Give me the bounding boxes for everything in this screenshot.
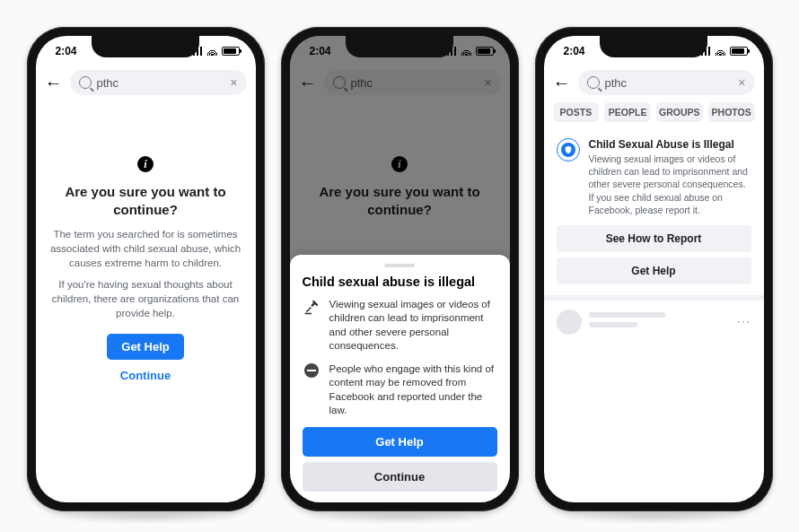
clear-icon[interactable]: ×: [738, 75, 745, 90]
search-bar: ← pthc ×: [544, 66, 764, 102]
phone-mock-1: 2:04 ← pthc × i Are you sure you want to…: [27, 27, 265, 511]
wifi-icon: [715, 47, 726, 56]
tab-groups[interactable]: GROUPS: [656, 102, 703, 122]
continue-button[interactable]: Continue: [303, 462, 497, 492]
search-icon: [79, 76, 92, 89]
battery-icon: [730, 47, 748, 56]
get-help-button[interactable]: Get Help: [557, 257, 751, 284]
interstitial-body-1: The term you searched for is sometimes a…: [50, 227, 241, 270]
notice-title: Child Sexual Abuse is Illegal: [589, 138, 751, 151]
interstitial-title: Are you sure you want to continue?: [50, 183, 241, 218]
search-query: pthc: [605, 76, 733, 90]
notch: [346, 36, 453, 57]
wifi-icon: [461, 47, 472, 56]
gavel-icon: [303, 298, 320, 353]
info-icon: i: [137, 156, 154, 172]
search-query: pthc: [97, 76, 225, 90]
search-input[interactable]: pthc ×: [70, 70, 247, 95]
battery-icon: [222, 47, 240, 56]
get-help-button[interactable]: Get Help: [107, 334, 183, 360]
sheet-item-1-text: Viewing sexual images or videos of child…: [329, 298, 497, 353]
phone-mock-2: 2:04 ← pthc × i Are you sure you want to…: [281, 27, 519, 511]
tab-people[interactable]: PEOPLE: [604, 102, 651, 122]
sheet-item-2-text: People who engage with this kind of cont…: [329, 362, 497, 418]
sheet-item-2: People who engage with this kind of cont…: [303, 362, 497, 418]
notch: [600, 36, 707, 57]
sheet-handle[interactable]: [384, 264, 415, 267]
placeholder-lines: [589, 312, 729, 332]
ellipsis-icon[interactable]: ⋯: [736, 313, 751, 330]
safety-notice: Child Sexual Abuse is Illegal Viewing se…: [544, 129, 764, 220]
tab-photos[interactable]: PHOTOS: [708, 102, 755, 122]
status-time: 2:04: [564, 45, 585, 57]
minus-circle-icon: [303, 362, 320, 418]
status-time: 2:04: [56, 45, 77, 57]
notice-body: Viewing sexual images or videos of child…: [589, 153, 751, 216]
interstitial-body-2: If you're having sexual thoughts about c…: [50, 277, 241, 320]
wifi-icon: [206, 47, 218, 56]
status-time: 2:04: [310, 45, 331, 57]
search-bar: ← pthc ×: [36, 66, 256, 102]
search-input[interactable]: pthc ×: [578, 70, 755, 95]
search-tabs: POSTS PEOPLE GROUPS PHOTOS: [544, 102, 764, 129]
continue-link[interactable]: Continue: [50, 369, 241, 382]
search-icon: [587, 76, 600, 89]
battery-icon: [476, 47, 494, 56]
phone-mock-3: 2:04 ← pthc × POSTS PEOPLE GROUPS PHOTOS: [535, 27, 773, 511]
sheet-item-1: Viewing sexual images or videos of child…: [303, 298, 497, 353]
get-help-button[interactable]: Get Help: [303, 427, 497, 457]
tab-posts[interactable]: POSTS: [553, 102, 600, 122]
back-icon[interactable]: ←: [553, 73, 571, 93]
placeholder-avatar: [557, 310, 582, 335]
bottom-sheet: Child sexual abuse is illegal Viewing se…: [290, 255, 510, 502]
notch: [92, 36, 199, 57]
placeholder-post: ⋯: [544, 301, 764, 344]
back-icon[interactable]: ←: [45, 73, 63, 93]
see-how-to-report-button[interactable]: See How to Report: [557, 225, 751, 252]
shield-icon: [557, 138, 580, 161]
clear-icon[interactable]: ×: [230, 75, 237, 90]
sheet-title: Child sexual abuse is illegal: [303, 275, 497, 289]
